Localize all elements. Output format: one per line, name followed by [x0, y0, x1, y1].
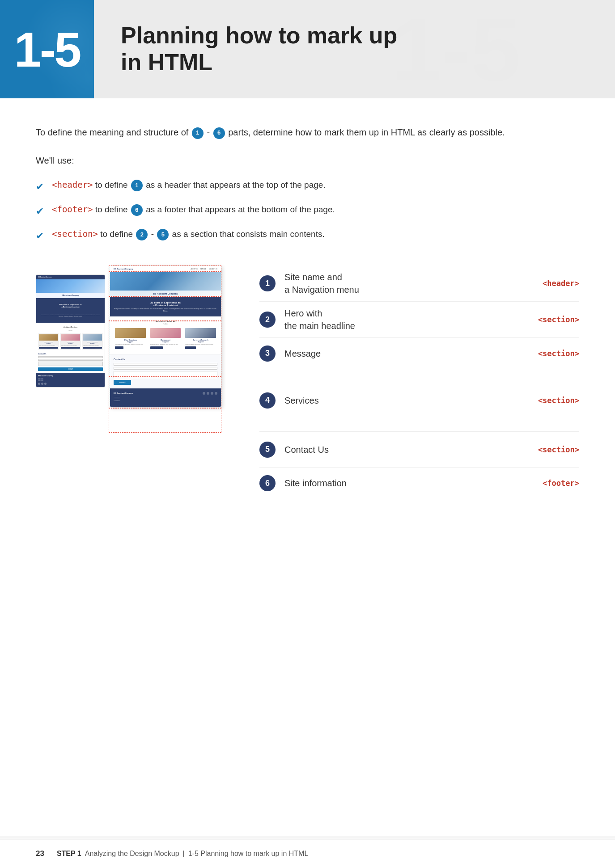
mk-left-msg-body: As a professional business assistant, ou… — [38, 312, 103, 320]
mkr-hero-overlay: BB Assistant Company — [110, 291, 221, 297]
mkr-footer: BB Assistant Company Lorem IpsumLorem Ip… — [110, 388, 221, 407]
svg-text:1-5: 1-5 — [391, 0, 521, 98]
mkr-service-btn-1: OFFICE — [115, 346, 123, 349]
mkr-footer-top: BB Assistant Company — [114, 392, 217, 395]
mkr-service-card-title-1: Office OperationsSupport — [115, 339, 146, 343]
checklist-text-2: <footer> to define 6 as a footer that ap… — [52, 203, 335, 216]
mk-left-contact: Contact Us SUBMIT — [36, 351, 105, 373]
mkr-nav-links: ABOUT US SERVICE CONTACT US — [191, 268, 217, 270]
check-icon-2: ✔ — [36, 204, 44, 219]
mk-footer-logo: BB Assistant Company — [38, 375, 103, 377]
mk-service-2: ManagementSupport Some text here for des… — [60, 333, 81, 350]
mk-service-title-2: ManagementSupport — [61, 341, 80, 344]
mkr-service-card-1: Office OperationsSupport Some text here … — [114, 327, 147, 350]
label-text-1: Site name anda Navigation menu — [284, 271, 534, 296]
check-icon-3: ✔ — [36, 228, 44, 243]
checklist: ✔ <header> to define 1 as a header that … — [36, 178, 579, 243]
main-content: To define the meaning and structure of 1… — [0, 98, 615, 836]
mk-left-logo: BB Assistant Company — [38, 276, 52, 278]
checklist-text-3: <section> to define 2 - 5 as a section t… — [52, 228, 325, 241]
mkr-service-img-2 — [150, 328, 181, 338]
chapter-title: Planning how to mark upin HTML — [121, 22, 397, 76]
mkr-nav-about: ABOUT US — [191, 268, 197, 270]
checklist-text-1: <header> to define 1 as a header that ap… — [52, 178, 326, 192]
mkr-service-card-3: Surveys & ResearchSupport Some text here… — [184, 327, 217, 350]
mkr-field-name — [114, 363, 217, 366]
mk-left-company: BB Assistant Company — [38, 295, 103, 296]
mkr-service-card-title-2: ManagementSupport — [150, 339, 181, 343]
mk-footer-icon-twitter — [38, 383, 40, 385]
mk-footer-icons — [38, 383, 103, 385]
badge-6b: 6 — [131, 204, 143, 216]
page-header: 1-5 1-5 Planning how to mark upin HTML — [0, 0, 615, 98]
mk-service-title-3: Surveys & ResearchSupport — [83, 341, 102, 344]
code-tag-footer: <footer> — [52, 204, 93, 214]
mkr-msg-title: 20 Years of Experience asa Business Assi… — [114, 301, 217, 307]
mk-footer-text: Lorem IpsumLorem IpsumLorem Ipsum — [38, 378, 103, 381]
footer-section-text: 1-5 Planning how to mark up in HTML — [188, 850, 309, 858]
footer-step: STEP 1 — [57, 850, 81, 858]
mk-service-btn-2: MANAGEMENT — [61, 347, 80, 349]
mk-left-header: BB Assistant Company — [36, 275, 105, 279]
mk-contact-field-1 — [38, 356, 103, 358]
mkr-nav-contact: CONTACT US — [209, 268, 217, 270]
mk-left-message: BB Years of Experience asa Business Assi… — [36, 298, 105, 323]
chapter-title-area: 1-5 Planning how to mark upin HTML — [94, 0, 615, 98]
mk-left-hero-content: BB Assistant Company — [36, 293, 105, 298]
title-bg-decoration: 1-5 — [391, 0, 615, 98]
mkr-field-message — [114, 371, 217, 378]
mockup-left: BB Assistant Company BB Assistant Compan… — [36, 274, 105, 388]
intro-paragraph: To define the meaning and structure of 1… — [36, 125, 579, 139]
mkr-service-card-body-3: Some text here for description. More tex… — [185, 344, 216, 346]
mk-left-services-sub: For More — [38, 330, 103, 331]
code-tag-section: <section> — [52, 229, 98, 239]
mkr-nav-logo: BB Assistant Company — [114, 268, 133, 270]
label-row-5: 5 Contact Us <section> — [259, 432, 579, 468]
labels-column: 1 Site name anda Navigation menu <header… — [259, 265, 579, 499]
footer-step-text: Analyzing the Design Mockup — [85, 850, 179, 858]
footer-page-number: 23 — [36, 849, 44, 858]
badge-5: 5 — [157, 229, 169, 240]
mkr-service-card-body-1: Some text here for description. More tex… — [115, 344, 146, 346]
label-tag-3: <section> — [538, 349, 579, 358]
checklist-item-3: ✔ <section> to define 2 - 5 as a section… — [36, 228, 579, 243]
mkr-msg-body: As a professional business consultant, o… — [114, 308, 217, 312]
label-row-6: 6 Site information <footer> — [259, 468, 579, 499]
mkr-social-youtube — [215, 392, 217, 395]
mkr-contact-title: Contact Us — [114, 358, 217, 361]
label-tag-5: <section> — [538, 445, 579, 454]
label-circle-6: 6 — [259, 475, 276, 491]
mockup-right: BB Assistant Company ABOUT US SERVICE CO… — [110, 265, 221, 407]
label-row-4: 4 Services <section> — [259, 369, 579, 432]
mkr-services: Assistant Services For More Office Opera… — [110, 316, 221, 354]
mkr-hero: BB Assistant Company — [110, 272, 221, 297]
label-tag-6: <footer> — [543, 479, 579, 488]
mk-service-body-1: Some text here for description purposes. — [39, 345, 58, 346]
label-text-5: Contact Us — [284, 443, 529, 456]
mkr-hero-company: BB Assistant Company — [114, 292, 217, 295]
chapter-number-box: 1-5 — [0, 0, 94, 98]
mkr-nav: BB Assistant Company ABOUT US SERVICE CO… — [110, 266, 221, 272]
mk-contact-textarea — [38, 362, 103, 366]
footer-separator: | — [183, 850, 185, 858]
mk-left-services-grid: Office OperationsSupport Some text here … — [36, 333, 105, 351]
label-circle-3: 3 — [259, 346, 276, 362]
mkr-service-img-1 — [115, 328, 146, 338]
mk-contact-btn: SUBMIT — [38, 367, 103, 371]
mkr-services-grid: Office OperationsSupport Some text here … — [114, 327, 217, 350]
mk-left-msg-title: BB Years of Experience asa Business Assi… — [38, 301, 103, 311]
badge-6: 6 — [213, 127, 225, 139]
mkr-footer-social — [203, 392, 217, 395]
mockup-container: BB Assistant Company BB Assistant Compan… — [36, 265, 242, 407]
label-row-1: 1 Site name anda Navigation menu <header… — [259, 265, 579, 302]
badge-2: 2 — [136, 229, 148, 240]
label-row-3: 3 Message <section> — [259, 338, 579, 369]
mkr-social-instagram — [211, 392, 213, 395]
diagram-area: BB Assistant Company BB Assistant Compan… — [36, 265, 579, 499]
badge-1: 1 — [192, 127, 204, 139]
mk-left-services-header: Assistant Services For More — [36, 323, 105, 333]
mk-service-title-1: Office OperationsSupport — [39, 341, 58, 344]
label-circle-2: 2 — [259, 312, 276, 328]
label-circle-5: 5 — [259, 442, 276, 458]
mk-service-btn-1: OFFICE — [39, 347, 58, 349]
